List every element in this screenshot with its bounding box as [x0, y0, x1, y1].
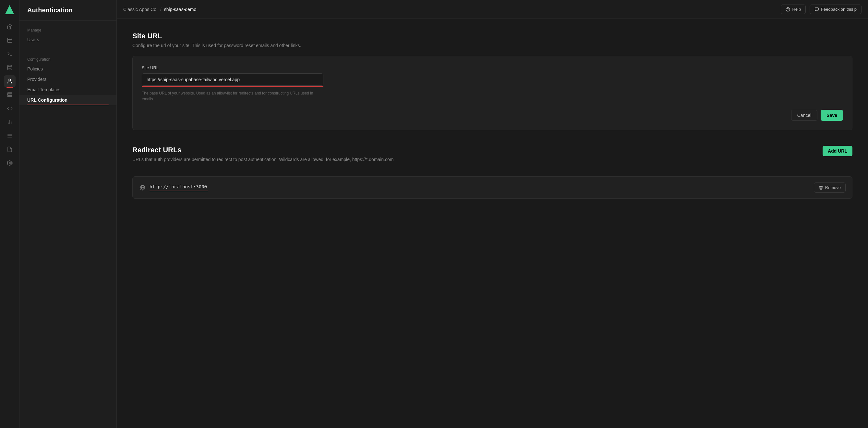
- reports-icon[interactable]: [4, 144, 16, 155]
- site-url-card-actions: Cancel Save: [142, 110, 843, 121]
- sidebar-item-providers[interactable]: Providers: [20, 74, 117, 84]
- analytics-icon[interactable]: [4, 116, 16, 128]
- terminal-icon[interactable]: [4, 48, 16, 60]
- sidebar-item-users[interactable]: Users: [20, 34, 117, 45]
- main-content: Classic Apps Co. / ship-saas-demo Help F…: [117, 0, 868, 428]
- logs-icon[interactable]: [4, 130, 16, 142]
- feedback-button[interactable]: Feedback on this p: [810, 4, 862, 14]
- storage-icon[interactable]: [4, 89, 16, 101]
- site-url-title: Site URL: [132, 32, 852, 40]
- manage-section-label: Manage: [20, 26, 117, 34]
- feedback-label: Feedback on this p: [821, 7, 857, 12]
- cancel-button[interactable]: Cancel: [791, 110, 818, 121]
- site-url-hint: The base URL of your website. Used as an…: [142, 90, 323, 102]
- redirect-urls-section: Redirect URLs URLs that auth providers a…: [132, 146, 852, 199]
- functions-icon[interactable]: [4, 103, 16, 114]
- redirect-url-item: http://localhost:3000 Remove: [132, 176, 852, 199]
- icon-sidebar: [0, 0, 20, 428]
- svg-point-16: [9, 162, 10, 164]
- settings-icon[interactable]: [4, 157, 16, 169]
- svg-rect-9: [7, 95, 12, 96]
- remove-label: Remove: [825, 185, 841, 190]
- svg-rect-7: [7, 92, 12, 93]
- breadcrumb-sep: /: [160, 7, 161, 12]
- breadcrumb-project: ship-saas-demo: [164, 7, 196, 12]
- redirect-url-underline: [150, 191, 208, 191]
- logo[interactable]: [4, 4, 16, 16]
- home-icon[interactable]: [4, 21, 16, 32]
- sidebar-item-url-configuration[interactable]: URL Configuration: [20, 95, 117, 105]
- help-icon: [785, 7, 790, 12]
- svg-rect-0: [7, 38, 12, 42]
- sidebar-item-policies[interactable]: Policies: [20, 64, 117, 74]
- site-url-input-wrapper: [142, 74, 843, 87]
- redirect-urls-title: Redirect URLs: [132, 146, 816, 154]
- breadcrumb: Classic Apps Co. / ship-saas-demo: [123, 7, 196, 12]
- breadcrumb-org: Classic Apps Co.: [123, 7, 158, 12]
- topbar-actions: Help Feedback on this p: [781, 4, 862, 14]
- nav-sidebar: Authentication Manage Users Configuratio…: [20, 0, 117, 428]
- help-label: Help: [792, 7, 801, 12]
- redirect-header: Redirect URLs URLs that auth providers a…: [132, 146, 852, 170]
- svg-point-6: [9, 79, 11, 81]
- redirect-desc-block: Redirect URLs URLs that auth providers a…: [132, 146, 816, 170]
- configuration-section-label: Configuration: [20, 55, 117, 64]
- redirect-url-value-wrapper: http://localhost:3000: [150, 184, 810, 191]
- auth-icon[interactable]: [4, 75, 16, 87]
- page-content: Site URL Configure the url of your site.…: [117, 19, 868, 428]
- redirect-urls-description: URLs that auth providers are permitted t…: [132, 157, 816, 162]
- site-url-field-label: Site URL: [142, 65, 843, 70]
- trash-icon: [819, 186, 823, 190]
- table-icon[interactable]: [4, 34, 16, 46]
- site-url-card: Site URL The base URL of your website. U…: [132, 56, 852, 130]
- save-button[interactable]: Save: [820, 110, 843, 121]
- topbar: Classic Apps Co. / ship-saas-demo Help F…: [117, 0, 868, 19]
- site-url-description: Configure the url of your site. This is …: [132, 43, 852, 48]
- svg-rect-8: [7, 94, 12, 95]
- add-url-button[interactable]: Add URL: [823, 146, 852, 156]
- help-button[interactable]: Help: [781, 4, 806, 14]
- svg-point-5: [7, 65, 12, 67]
- site-url-underline: [142, 86, 323, 87]
- remove-url-button[interactable]: Remove: [814, 182, 846, 193]
- nav-title: Authentication: [20, 0, 117, 21]
- redirect-url-value: http://localhost:3000: [150, 184, 810, 189]
- sidebar-item-email-templates[interactable]: Email Templates: [20, 84, 117, 95]
- feedback-icon: [814, 7, 819, 12]
- globe-icon: [139, 184, 146, 191]
- database-icon[interactable]: [4, 62, 16, 74]
- manage-section: Manage Users: [20, 21, 117, 50]
- configuration-section: Configuration Policies Providers Email T…: [20, 50, 117, 110]
- site-url-section: Site URL Configure the url of your site.…: [132, 32, 852, 130]
- site-url-input[interactable]: [142, 74, 323, 86]
